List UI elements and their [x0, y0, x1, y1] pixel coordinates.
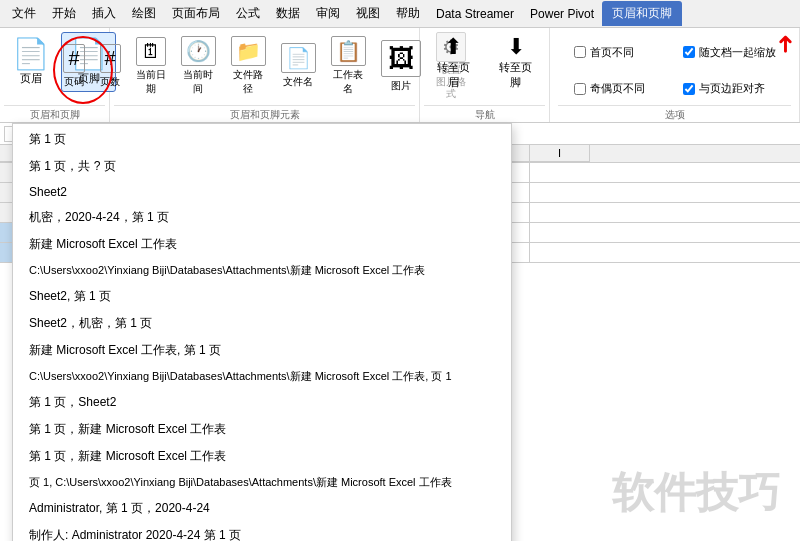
image-icon: 🖼: [381, 40, 421, 77]
option-first-page-different[interactable]: 首页不同: [574, 36, 667, 69]
dropdown-item-15[interactable]: 制作人: Administrator 2020-4-24 第 1 页: [13, 522, 511, 541]
page-count-button[interactable]: # 页数: [94, 32, 127, 100]
file-name-icon: 📄: [281, 43, 316, 73]
option-scale-with-doc[interactable]: 随文档一起缩放: [683, 36, 776, 69]
page-count-icon: #: [100, 44, 121, 73]
dropdown-item-8[interactable]: 新建 Microsoft Excel 工作表, 第 1 页: [13, 337, 511, 364]
dropdown-item-10[interactable]: 第 1 页，Sheet2: [13, 389, 511, 416]
goto-header-icon: ⬆: [444, 34, 462, 60]
col-header-i: I: [530, 145, 590, 162]
dropdown-item-6[interactable]: Sheet2, 第 1 页: [13, 283, 511, 310]
goto-footer-label: 转至页脚: [497, 60, 536, 90]
menu-page-layout[interactable]: 页面布局: [164, 1, 228, 26]
ribbon-section-options: 首页不同 随文档一起缩放 奇偶页不同 与页边距对齐 选项: [550, 28, 800, 122]
first-page-different-checkbox[interactable]: [574, 46, 586, 58]
menu-insert[interactable]: 插入: [84, 1, 124, 26]
section1-title: 页眉和页脚: [4, 105, 105, 122]
current-date-button[interactable]: 🗓 当前日期: [130, 32, 172, 100]
ribbon-section-navigate: ⬆ 转至页眉 ⬇ 转至页脚 导航: [420, 28, 550, 122]
menu-view[interactable]: 视图: [348, 1, 388, 26]
section2-title: 页眉和页脚元素: [114, 105, 415, 122]
dropdown-item-11[interactable]: 第 1 页，新建 Microsoft Excel 工作表: [13, 416, 511, 443]
file-name-button[interactable]: 📄 文件名: [275, 32, 322, 100]
sheet-name-icon: 📋: [331, 36, 366, 66]
page-num-button[interactable]: # 页码: [57, 32, 90, 100]
dropdown-item-0[interactable]: 第 1 页: [13, 126, 511, 153]
menu-review[interactable]: 审阅: [308, 1, 348, 26]
scale-with-doc-checkbox[interactable]: [683, 46, 695, 58]
goto-header-label: 转至页眉: [434, 60, 473, 90]
dropdown-item-13[interactable]: 页 1, C:\Users\xxoo2\Yinxiang Biji\Databa…: [13, 470, 511, 495]
menu-bar: 文件 开始 插入 绘图 页面布局 公式 数据 审阅 视图 帮助 Data Str…: [0, 0, 800, 28]
dropdown-item-14[interactable]: Administrator, 第 1 页，2020-4-24: [13, 495, 511, 522]
dropdown-item-7[interactable]: Sheet2，机密，第 1 页: [13, 310, 511, 337]
section3-title: 导航: [424, 105, 545, 122]
dropdown-item-9[interactable]: C:\Users\xxoo2\Yinxiang Biji\Databases\A…: [13, 364, 511, 389]
menu-data-streamer[interactable]: Data Streamer: [428, 3, 522, 25]
file-path-button[interactable]: 📁 文件路径: [225, 32, 272, 100]
menu-help[interactable]: 帮助: [388, 1, 428, 26]
menu-formula[interactable]: 公式: [228, 1, 268, 26]
header-icon: 📄: [12, 39, 49, 69]
footer-dropdown: 第 1 页 第 1 页，共 ? 页 Sheet2 机密，2020-4-24，第 …: [12, 123, 512, 541]
dropdown-item-4[interactable]: 新建 Microsoft Excel 工作表: [13, 231, 511, 258]
menu-data[interactable]: 数据: [268, 1, 308, 26]
menu-file[interactable]: 文件: [4, 1, 44, 26]
ribbon-section-elements: # 页码 # 页数 🗓 当前日期 🕐 当前时间 📁 文件路径 📄 文件名: [110, 28, 420, 122]
menu-draw[interactable]: 绘图: [124, 1, 164, 26]
image-button[interactable]: 🖼 图片: [375, 32, 427, 100]
section4-title: 选项: [558, 105, 791, 122]
odd-even-different-checkbox[interactable]: [574, 83, 586, 95]
header-label: 页眉: [20, 71, 42, 85]
menu-power-pivot[interactable]: Power Pivot: [522, 3, 602, 25]
dropdown-item-2[interactable]: Sheet2: [13, 180, 511, 204]
menu-header-footer[interactable]: 页眉和页脚: [602, 1, 682, 26]
header-button[interactable]: 📄 页眉: [4, 32, 57, 92]
dropdown-item-12[interactable]: 第 1 页，新建 Microsoft Excel 工作表: [13, 443, 511, 470]
goto-footer-icon: ⬇: [507, 34, 525, 60]
current-time-button[interactable]: 🕐 当前时间: [175, 32, 222, 100]
goto-footer-button[interactable]: ⬇ 转至页脚: [487, 32, 546, 92]
dropdown-item-5[interactable]: C:\Users\xxoo2\Yinxiang Biji\Databases\A…: [13, 258, 511, 283]
dropdown-item-1[interactable]: 第 1 页，共 ? 页: [13, 153, 511, 180]
option-align-margins[interactable]: 与页边距对齐: [683, 73, 776, 106]
goto-header-button[interactable]: ⬆ 转至页眉: [424, 32, 483, 92]
sheet-name-button[interactable]: 📋 工作表名: [325, 32, 372, 100]
file-path-icon: 📁: [231, 36, 266, 66]
current-time-icon: 🕐: [181, 36, 216, 66]
current-date-icon: 🗓: [136, 37, 166, 66]
align-margins-checkbox[interactable]: [683, 83, 695, 95]
menu-start[interactable]: 开始: [44, 1, 84, 26]
page-num-icon: #: [63, 44, 84, 73]
option-odd-even-different[interactable]: 奇偶页不同: [574, 73, 667, 106]
dropdown-item-3[interactable]: 机密，2020-4-24，第 1 页: [13, 204, 511, 231]
ribbon: 📄 页眉 📄 页脚 页眉和页脚 # 页码 # 页数 🗓 当前日期: [0, 28, 800, 123]
